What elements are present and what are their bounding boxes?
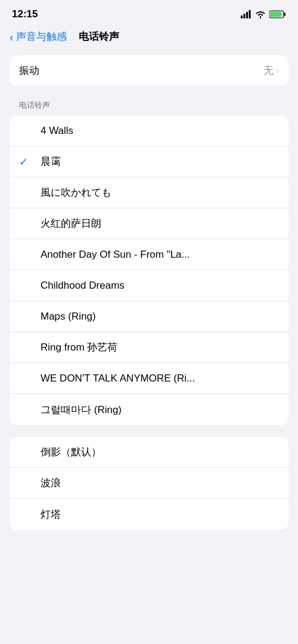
checkmark-icon: ✓ bbox=[19, 155, 31, 168]
status-time: 12:15 bbox=[12, 8, 38, 20]
battery-icon bbox=[269, 10, 286, 18]
svg-rect-6 bbox=[271, 12, 282, 17]
status-icons bbox=[241, 10, 286, 18]
ringtone-item[interactable]: ✓晨霭 bbox=[10, 146, 288, 177]
svg-rect-2 bbox=[246, 12, 248, 18]
ringtone-item[interactable]: 波浪 bbox=[10, 468, 288, 499]
svg-rect-1 bbox=[244, 14, 246, 18]
ringtone-item[interactable]: Childhood Dreams bbox=[10, 270, 288, 301]
ringtone-name: Childhood Dreams bbox=[41, 280, 279, 292]
nav-back-label: 声音与触感 bbox=[16, 30, 67, 43]
vibration-label: 振动 bbox=[19, 64, 39, 77]
ringtone-name: 風に吹かれても bbox=[41, 186, 279, 199]
vibration-row[interactable]: 振动 无 › bbox=[10, 55, 288, 86]
ringtone-name: WE DON'T TALK ANYMORE (Ri... bbox=[41, 373, 279, 384]
ringtone-name: 4 Walls bbox=[41, 125, 279, 137]
svg-rect-0 bbox=[241, 15, 243, 18]
nav-title: 电话铃声 bbox=[79, 30, 119, 43]
ringtone-item[interactable]: Another Day Of Sun - From "La... bbox=[10, 239, 288, 270]
svg-rect-3 bbox=[249, 10, 251, 18]
vibration-value: 无 › bbox=[263, 64, 279, 77]
ringtone-item[interactable]: Maps (Ring) bbox=[10, 301, 288, 332]
ringtone-name: Maps (Ring) bbox=[41, 311, 279, 323]
vibration-current-value: 无 bbox=[263, 64, 274, 77]
wifi-icon bbox=[255, 10, 266, 18]
ringtone-name: 晨霭 bbox=[41, 155, 279, 168]
ringtone-item[interactable]: 倒影（默认） bbox=[10, 437, 288, 468]
ringtone-item[interactable]: 風に吹かれても bbox=[10, 177, 288, 208]
signal-icon bbox=[241, 10, 252, 18]
ringtone-item[interactable]: Ring from 孙艺荷 bbox=[10, 332, 288, 363]
ringtone-name: 倒影（默认） bbox=[41, 445, 279, 459]
ringtone-item[interactable]: 4 Walls bbox=[10, 115, 288, 146]
nav-back-button[interactable]: ‹ 声音与触感 bbox=[10, 30, 67, 43]
svg-rect-5 bbox=[284, 13, 286, 16]
ringtone-item[interactable]: 그럴때마다 (Ring) bbox=[10, 394, 288, 425]
ringtone-name: 火红的萨日朗 bbox=[41, 217, 279, 230]
ringtone-item[interactable]: WE DON'T TALK ANYMORE (Ri... bbox=[10, 363, 288, 394]
ringtone-name: 그럴때마다 (Ring) bbox=[41, 403, 279, 417]
ringtone-list-2: 倒影（默认）波浪灯塔 bbox=[10, 437, 288, 530]
ringtone-name: Another Day Of Sun - From "La... bbox=[41, 249, 279, 261]
ringtone-name: 灯塔 bbox=[41, 508, 279, 521]
ringtone-item[interactable]: 灯塔 bbox=[10, 499, 288, 530]
status-bar: 12:15 bbox=[0, 0, 298, 25]
ringtone-item[interactable]: 火红的萨日朗 bbox=[10, 208, 288, 239]
ringtone-name: Ring from 孙艺荷 bbox=[41, 340, 279, 354]
section-label: 电话铃声 bbox=[0, 98, 298, 115]
ringtone-name: 波浪 bbox=[41, 476, 279, 490]
vibration-section: 振动 无 › bbox=[10, 55, 288, 86]
back-arrow-icon: ‹ bbox=[10, 31, 14, 43]
nav-bar: ‹ 声音与触感 电话铃声 bbox=[0, 25, 298, 51]
ringtone-list: 4 Walls✓晨霭風に吹かれても火红的萨日朗Another Day Of Su… bbox=[10, 115, 288, 425]
chevron-right-icon: › bbox=[276, 65, 279, 76]
